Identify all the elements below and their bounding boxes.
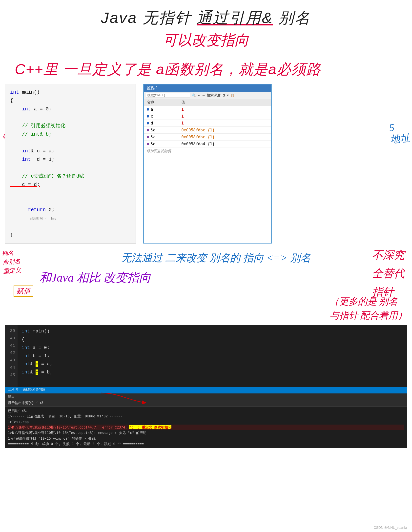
monitor-row-value: 0x0058fdbc {1} (178, 127, 271, 134)
code-line-2 (21, 377, 403, 385)
monitor-row-value: 1 (178, 120, 271, 127)
desc1-text: 无法通过 二来改变 别名的 指向 <=> 别名 (35, 251, 397, 265)
code-line-2: int& c = b; (21, 368, 403, 376)
line-numbers: 39404142434445 (5, 325, 18, 387)
code-line-5: // 引用必须初始化 (10, 122, 131, 130)
monitor-search-input[interactable] (146, 93, 190, 98)
status-message: 未找到相关问题 (23, 388, 45, 392)
zoom-level: 114 % (8, 388, 18, 391)
monitor-row-name: a (144, 106, 178, 113)
code-panel-1: int main() { int a = 0; // 引用必须初始化 // in… (5, 84, 136, 244)
time-note: 已用时间 <= 1ms (30, 217, 56, 221)
code-line-11: // c变成d的别名？还是d赋 (10, 172, 131, 181)
monitor-row-value: 1 (178, 113, 271, 120)
line-number: 40 (8, 335, 15, 342)
output-header: 输出 (5, 393, 407, 400)
monitor-window: 监视 1 🔍 ← → 搜索深度: 3 ▼ 📋 名称 值 a1c1d1&a0x00… (143, 84, 272, 244)
code-content-2: int main(){ int a = 0; int b = 1; int& c… (18, 325, 407, 387)
right-annotation-1: 不深究 全替代 指针 (372, 246, 405, 301)
title-suffix: 别名 (278, 9, 311, 26)
output-panel: 输出 显示输出来源(S): 生成 已启动生成…1>------ 已启动生成: 项… (5, 393, 407, 448)
code-line-3: int a = 0; (10, 105, 131, 113)
output-line: 已启动生成… (8, 408, 404, 413)
line-number: 43 (8, 357, 15, 364)
code-line-2: int main() (21, 327, 403, 335)
title-area: Java 无指针 通过引用& 别名 可以改变指向 (0, 0, 412, 52)
watermark: CSDN @NNL_suanfa (373, 526, 407, 530)
output-line: 1>D:\课堂代码\就业课110期\10-15\Test.cpp(44,7): … (8, 425, 404, 430)
editor-statusbar: 114 % 未找到相关问题 (5, 387, 407, 393)
monitor-toolbar[interactable]: 🔍 ← → 搜索深度: 3 ▼ 📋 (144, 92, 271, 99)
output-line: 1>已完成生成项目 "10-15.vcxproj" 的操作 - 失败。 (8, 436, 404, 441)
code-line-4 (10, 113, 131, 122)
title-underlined: 通过引用& (197, 9, 273, 26)
output-line: ========== 生成: 成功 0 个, 失败 1 个, 最新 0 个, 跳… (8, 441, 404, 447)
monitor-row-name: &a (144, 127, 178, 134)
output-source-row: 显示输出来源(S): 生成 (5, 400, 407, 407)
toolbar-icon2: 📋 (231, 94, 234, 97)
output-body: 已启动生成…1>------ 已启动生成: 项目: 10-15, 配置: Deb… (5, 407, 407, 448)
code-line-7 (10, 139, 131, 147)
code-line-1: int main() (10, 88, 131, 97)
line-number: 45 (8, 371, 15, 379)
monitor-table: 名称 值 a1c1d1&a0x0058fdbc {1}&c0x0058fdbc … (144, 99, 271, 147)
monitor-row-name: &c (144, 134, 178, 141)
code-editor-2: 39404142434445 int main(){ int a = 0; in… (5, 325, 407, 393)
toolbar-arrows: ← → (197, 93, 205, 97)
code-line-14: return 0; 已用时间 <= 1ms (10, 197, 131, 231)
code-line-12: c = d; (10, 181, 131, 189)
code-line-9: int d = 1; (10, 155, 131, 164)
code-line-10 (10, 164, 131, 172)
title-line2: 可以改变指向 (15, 31, 397, 50)
output-line: 1>------ 已启动生成: 项目: 10-15, 配置: Debug Win… (8, 413, 404, 419)
search-icon: 🔍 (192, 93, 196, 97)
monitor-row-name: c (144, 113, 178, 120)
code-line-2: int a = 0; (21, 344, 403, 352)
monitor-row-value: 1 (178, 106, 271, 113)
output-title: 输出 (8, 394, 15, 399)
arrow-svg (99, 390, 148, 405)
monitor-row-value: 0x0058fda4 {1} (178, 141, 271, 147)
fuzhi-box: 赋值 (14, 286, 33, 297)
code-line-2: { (10, 97, 131, 105)
output-line: 1>Test.cpp (8, 419, 404, 425)
biashu-annotation: 别名 命别名 重定义 (1, 248, 21, 276)
code-line-2: int& c = a; (21, 360, 403, 368)
code-line-13 (10, 189, 131, 197)
monitor-row-name: d (144, 120, 178, 127)
line-number: 42 (8, 349, 15, 357)
java-compare-label: 和Java 相比 改变指向 (40, 270, 397, 286)
col-name-header: 名称 (144, 99, 178, 106)
annotation-5-text: 5 地址 (389, 122, 411, 145)
monitor-titlebar: 监视 1 (144, 84, 271, 92)
title-prefix: Java 无指针 (101, 9, 191, 26)
code-line-6: // int& b; (10, 130, 131, 139)
monitor-row-value: 0x0058fdbc {1} (178, 134, 271, 141)
code-line-15: } (10, 231, 131, 239)
cpp-heading: C++里 一旦定义了是 a函数别名，就是a必须路 (0, 52, 412, 82)
title-line1: Java 无指针 通过引用& 别名 (15, 7, 397, 28)
toolbar-icon1: ▼ (227, 94, 229, 97)
output-line: 1>D:\课堂代码\就业课110期\10-15\Test.cpp(43): me… (8, 430, 404, 435)
section-mid: 别名 命别名 重定义 赋值 无法通过 二来改变 别名的 指向 <=> 别名 不深… (0, 246, 412, 325)
code-line-2: int b = 1; (21, 352, 403, 360)
line-number: 44 (8, 364, 15, 371)
line-number: 41 (8, 342, 15, 349)
code-line-2: { (21, 335, 403, 344)
fuzhi-label: 赋值 (17, 287, 30, 295)
col-value-header: 值 (178, 99, 271, 106)
main-content: 确认 是: 不能 删 int main() { int a = 0; // 引用… (0, 82, 412, 246)
line-number: 39 (8, 327, 15, 335)
code-line-8: int& c = a; (10, 147, 131, 155)
right-annotation-2: （更多的是 别名 与指针 配合着用） (330, 294, 407, 323)
monitor-add-row[interactable]: 添加要监视的项 (144, 147, 271, 155)
monitor-row-name: &d (144, 141, 178, 147)
annotation-5block: 5 地址 (389, 120, 411, 146)
